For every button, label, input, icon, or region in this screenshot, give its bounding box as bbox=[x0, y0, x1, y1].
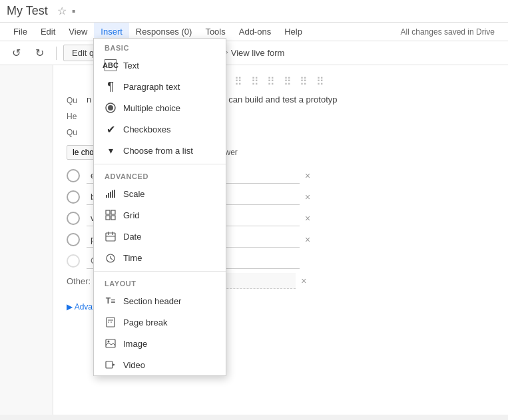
insert-scale-label: Scale bbox=[123, 189, 145, 199]
menu-edit[interactable]: Edit bbox=[34, 23, 62, 41]
insert-time-label: Time bbox=[123, 253, 142, 263]
saved-status: All changes saved in Drive bbox=[394, 23, 501, 41]
video-icon bbox=[105, 359, 117, 371]
svg-rect-5 bbox=[112, 190, 113, 198]
question-label-type: Qu bbox=[67, 126, 87, 137]
advanced-section-label: ADVANCED bbox=[94, 167, 226, 183]
insert-section-header-item[interactable]: T≡ Section header bbox=[94, 290, 226, 312]
svg-line-17 bbox=[111, 258, 113, 260]
insert-grid-label: Grid bbox=[123, 210, 140, 220]
menu-bar: File Edit View Insert Responses (0) Tool… bbox=[0, 23, 508, 41]
option-bullet-4 bbox=[67, 233, 80, 246]
option-remove-4[interactable]: × bbox=[305, 234, 310, 245]
option-bullet-3 bbox=[67, 212, 80, 225]
main-area: ⠿ ⠿ ⠿ ⠿ ⠿ ⠿ Qu n designing an electronic… bbox=[0, 65, 508, 415]
menu-help[interactable]: Help bbox=[278, 23, 309, 41]
svg-rect-9 bbox=[106, 216, 110, 220]
svg-rect-2 bbox=[106, 195, 107, 198]
menu-file[interactable]: File bbox=[7, 23, 34, 41]
insert-date-item[interactable]: Date bbox=[94, 226, 226, 247]
view-live-label: View live form bbox=[231, 48, 285, 58]
layout-section-label: LAYOUT bbox=[94, 274, 226, 290]
svg-marker-24 bbox=[113, 363, 115, 366]
add-option-bullet bbox=[67, 254, 80, 268]
top-bar: My Test ☆ ▪ bbox=[0, 0, 508, 23]
paragraph-icon: ¶ bbox=[105, 81, 117, 93]
question-label-help: He bbox=[67, 110, 87, 121]
insert-time-item[interactable]: Time bbox=[94, 247, 226, 268]
insert-checkboxes-label: Checkboxes bbox=[123, 124, 171, 134]
undo-button[interactable]: ↺ bbox=[7, 44, 26, 62]
redo-button[interactable]: ↻ bbox=[30, 44, 49, 62]
insert-text-item[interactable]: ABC Text bbox=[94, 55, 226, 76]
toolbar: ↺ ↻ Edit ques View responses 👁 View live… bbox=[0, 41, 508, 65]
insert-date-label: Date bbox=[123, 232, 141, 242]
svg-rect-7 bbox=[106, 210, 110, 214]
option-bullet-1 bbox=[67, 169, 80, 182]
sidebar bbox=[0, 65, 53, 415]
insert-image-label: Image bbox=[123, 339, 147, 349]
insert-page-break-item[interactable]: Page break bbox=[94, 312, 226, 333]
grid-icon bbox=[105, 209, 117, 221]
svg-rect-8 bbox=[111, 210, 115, 214]
section-header-icon: T≡ bbox=[105, 295, 117, 307]
option-bullet-2 bbox=[67, 190, 80, 204]
insert-dropdown-menu: BASIC ABC Text ¶ Paragraph text Multiple… bbox=[93, 38, 226, 376]
text-icon: ABC bbox=[105, 59, 117, 71]
basic-section-label: BASIC bbox=[94, 39, 226, 55]
insert-multiple-choice-item[interactable]: Multiple choice bbox=[94, 97, 226, 118]
multiple-choice-icon bbox=[105, 102, 117, 114]
insert-multiple-choice-label: Multiple choice bbox=[123, 103, 180, 113]
svg-rect-23 bbox=[106, 361, 113, 368]
checkboxes-icon: ✔ bbox=[105, 123, 117, 135]
other-label: Other: bbox=[67, 276, 91, 286]
other-remove[interactable]: × bbox=[301, 276, 306, 286]
toolbar-divider bbox=[56, 47, 57, 60]
insert-choose-list-item[interactable]: ▾ Choose from a list bbox=[94, 140, 226, 161]
insert-checkboxes-item[interactable]: ✔ Checkboxes bbox=[94, 118, 226, 140]
insert-grid-item[interactable]: Grid bbox=[94, 204, 226, 226]
insert-image-item[interactable]: Image bbox=[94, 333, 226, 354]
insert-video-label: Video bbox=[123, 360, 145, 370]
svg-rect-4 bbox=[110, 192, 111, 198]
image-icon bbox=[105, 337, 117, 349]
time-icon bbox=[105, 252, 117, 264]
svg-rect-11 bbox=[106, 233, 115, 241]
question-label-1: Qu bbox=[67, 95, 87, 105]
insert-choose-list-label: Choose from a list bbox=[123, 146, 193, 156]
insert-scale-item[interactable]: Scale bbox=[94, 183, 226, 204]
menu-divider-1 bbox=[94, 164, 226, 164]
menu-view[interactable]: View bbox=[62, 23, 94, 41]
option-remove-3[interactable]: × bbox=[305, 213, 310, 224]
star-icon[interactable]: ☆ bbox=[57, 5, 67, 17]
choose-list-icon: ▾ bbox=[105, 144, 117, 156]
scale-icon bbox=[105, 188, 117, 200]
svg-rect-6 bbox=[114, 190, 115, 198]
svg-rect-21 bbox=[106, 339, 115, 347]
insert-text-label: Text bbox=[123, 61, 139, 71]
page-break-icon bbox=[105, 316, 117, 328]
folder-icon[interactable]: ▪ bbox=[72, 5, 76, 17]
insert-paragraph-label: Paragraph text bbox=[123, 82, 180, 92]
app-title: My Test bbox=[7, 4, 48, 18]
insert-video-item[interactable]: Video bbox=[94, 354, 226, 375]
date-icon bbox=[105, 230, 117, 242]
svg-rect-10 bbox=[111, 216, 115, 220]
svg-point-1 bbox=[108, 105, 113, 110]
menu-addons[interactable]: Add-ons bbox=[232, 23, 278, 41]
svg-point-22 bbox=[108, 341, 110, 343]
option-remove-1[interactable]: × bbox=[305, 170, 310, 181]
insert-paragraph-item[interactable]: ¶ Paragraph text bbox=[94, 76, 226, 97]
insert-page-break-label: Page break bbox=[123, 317, 168, 327]
svg-rect-3 bbox=[108, 193, 109, 198]
option-remove-2[interactable]: × bbox=[305, 192, 310, 202]
menu-divider-2 bbox=[94, 271, 226, 272]
insert-section-header-label: Section header bbox=[123, 296, 181, 306]
